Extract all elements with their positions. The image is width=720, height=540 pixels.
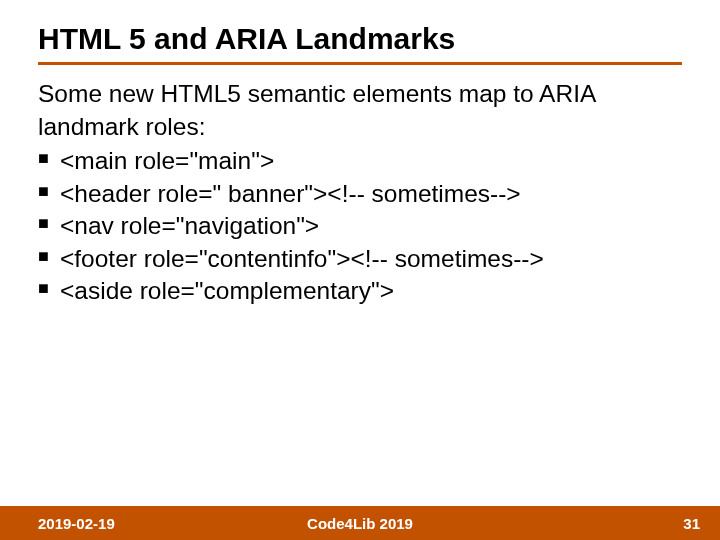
- list-item: ■ <header role=" banner"><!-- sometimes-…: [38, 178, 682, 211]
- list-item: ■ <aside role="complementary">: [38, 275, 682, 308]
- square-bullet-icon: ■: [38, 212, 49, 236]
- bullet-list: ■ <main role="main"> ■ <header role=" ba…: [38, 145, 682, 308]
- list-item-text: <aside role="complementary">: [60, 277, 394, 304]
- list-item-text: <main role="main">: [60, 147, 274, 174]
- title-underline: [38, 62, 682, 65]
- slide: HTML 5 and ARIA Landmarks Some new HTML5…: [0, 0, 720, 540]
- footer-bar: 2019-02-19 Code4Lib 2019 31: [0, 506, 720, 540]
- square-bullet-icon: ■: [38, 147, 49, 171]
- list-item: ■ <main role="main">: [38, 145, 682, 178]
- footer-page-number: 31: [683, 515, 700, 532]
- square-bullet-icon: ■: [38, 180, 49, 204]
- list-item: ■ <footer role="contentinfo"><!-- someti…: [38, 243, 682, 276]
- slide-body: Some new HTML5 semantic elements map to …: [38, 78, 682, 308]
- square-bullet-icon: ■: [38, 245, 49, 269]
- slide-title: HTML 5 and ARIA Landmarks: [38, 22, 455, 56]
- square-bullet-icon: ■: [38, 277, 49, 301]
- lead-text: Some new HTML5 semantic elements map to …: [38, 78, 682, 143]
- list-item: ■ <nav role="navigation">: [38, 210, 682, 243]
- list-item-text: <footer role="contentinfo"><!-- sometime…: [60, 245, 544, 272]
- list-item-text: <header role=" banner"><!-- sometimes-->: [60, 180, 521, 207]
- list-item-text: <nav role="navigation">: [60, 212, 319, 239]
- footer-title: Code4Lib 2019: [0, 515, 720, 532]
